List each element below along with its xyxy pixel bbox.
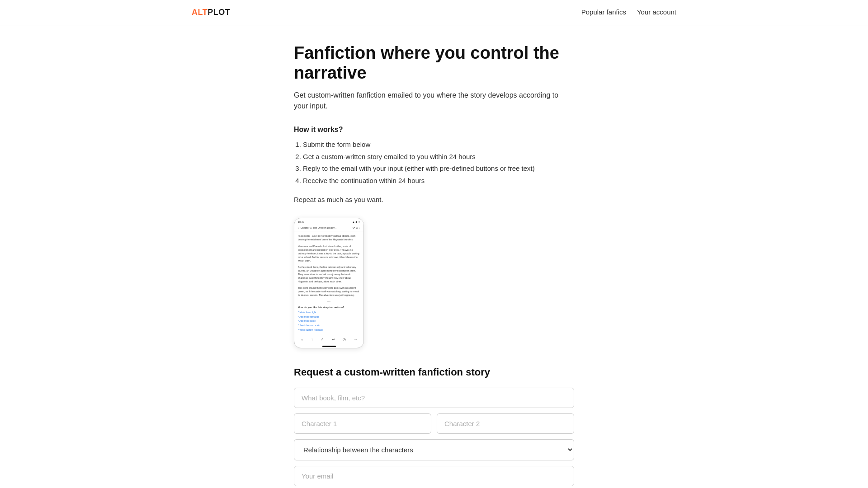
book-field-group [294,388,574,408]
phone-para-4: The room around them seemed to pulse wit… [298,286,360,297]
phone-nav-indicator [322,346,336,347]
phone-status-bar: 18:30 ▲ ◆ ● [294,218,363,225]
steps-list: Submit the form below Get a custom-writt… [303,140,574,186]
repeat-text: Repeat as much as you want. [294,195,574,205]
chapter-title: Chapter 1: The Unseen Discov... [301,226,336,230]
your-account-link[interactable]: Your account [637,7,676,18]
option-custom[interactable]: * Write custom feedback [298,328,360,332]
phone-para-3: As they stood there, the line between al… [298,265,360,283]
phone-content: Its contents—a set to inordinately call … [294,231,363,335]
bottom-icon-6: ··· [354,337,357,343]
phone-para-2: Hermione and Draco looked at each other,… [298,244,360,263]
bottom-icon-3: ✓ [321,337,324,343]
phone-divider: ---- [298,300,360,304]
step-3: Reply to the email with your input (eith… [303,164,574,174]
relationship-select[interactable]: Relationship between the characters Frie… [294,439,574,460]
logo: ALTPLOT [192,6,230,19]
phone-icons: ▲ ◆ ● [352,220,360,224]
phone-bottom-bar: ○ ↑ ✓ ↩ ◷ ··· [294,335,363,344]
logo-plot: PLOT [208,8,230,17]
option-fight[interactable]: * Make them fight [298,310,360,314]
character2-input[interactable] [437,413,574,434]
bottom-icon-4: ↩ [332,337,335,343]
step-4: Receive the continuation within 24 hours [303,176,574,186]
nav-links: Popular fanfics Your account [581,7,676,18]
option-romance[interactable]: * Add more romance [298,315,360,319]
page-title: Fanfiction where you control the narrati… [294,43,574,83]
bottom-icon-5: ◷ [343,337,346,343]
main-content: Fanfiction where you control the narrati… [294,25,574,488]
phone-time: 18:30 [298,220,304,224]
phone-mockup: 18:30 ▲ ◆ ● ‹ Chapter 1: The Unseen Disc… [294,218,364,348]
book-input[interactable] [294,388,574,408]
relationship-field-group: Relationship between the characters Frie… [294,439,574,460]
bottom-icon-2: ↑ [311,337,313,343]
phone-para-1: Its contents—a set to inordinately call … [298,234,360,241]
step-2: Get a custom-written story emailed to yo… [303,152,574,162]
email-input[interactable] [294,466,574,486]
character-row [294,413,574,434]
phone-top-bar: ‹ Chapter 1: The Unseen Discov... ⟳ ⊙ ↓ [294,225,363,231]
step-1: Submit the form below [303,140,574,150]
hero-subtitle: Get custom-written fanfiction emailed to… [294,90,574,112]
popular-fanfics-link[interactable]: Popular fanfics [581,7,626,18]
phone-question: How do you like this story to continue? [298,305,360,310]
top-bar-icons: ⟳ ⊙ ↓ [353,226,360,230]
logo-alt: ALT [192,8,208,17]
form-section-title: Request a custom-written fanfiction stor… [294,365,574,380]
option-spice[interactable]: * Add more spice [298,319,360,323]
email-field-group [294,466,574,486]
character1-input[interactable] [294,413,431,434]
bottom-icon-1: ○ [301,337,303,343]
option-trip[interactable]: * Send them on a trip [298,324,360,327]
how-it-works-title: How it works? [294,124,574,135]
navigation: ALTPLOT Popular fanfics Your account [0,0,868,25]
back-icon: ‹ [298,226,299,230]
phone-options: * Make them fight * Add more romance * A… [298,310,360,331]
